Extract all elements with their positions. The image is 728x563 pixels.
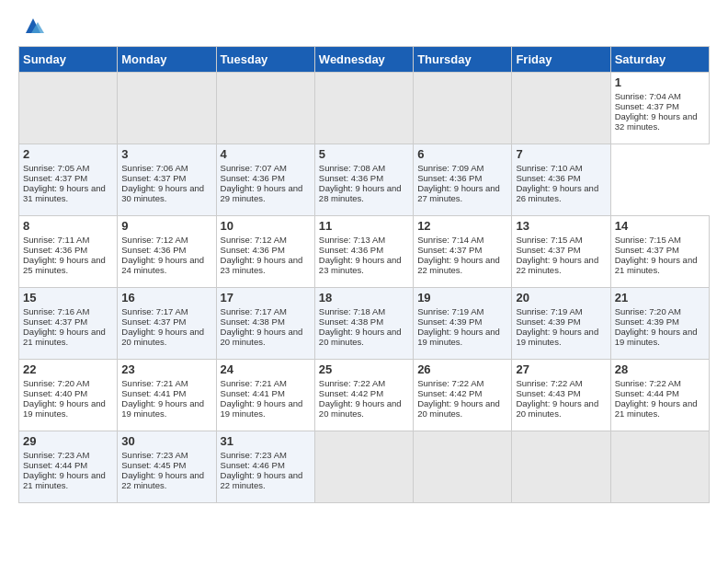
day-header-saturday: Saturday [610, 47, 709, 73]
header-row: SundayMondayTuesdayWednesdayThursdayFrid… [19, 47, 710, 73]
day-number: 14 [615, 219, 705, 233]
day-number: 4 [221, 147, 311, 161]
day-cell-4: 4Sunrise: 7:07 AMSunset: 4:36 PMDaylight… [216, 144, 314, 216]
week-row-1: 2Sunrise: 7:05 AMSunset: 4:37 PMDaylight… [19, 144, 710, 216]
empty-cell [118, 73, 216, 144]
day-cell-3: 3Sunrise: 7:06 AMSunset: 4:37 PMDaylight… [118, 144, 216, 216]
week-row-4: 22Sunrise: 7:20 AMSunset: 4:40 PMDayligh… [19, 360, 710, 431]
day-header-friday: Friday [512, 47, 610, 73]
day-cell-5: 5Sunrise: 7:08 AMSunset: 4:36 PMDaylight… [314, 144, 413, 216]
day-number: 3 [121, 147, 211, 161]
day-number: 24 [221, 362, 311, 376]
day-number: 25 [319, 362, 409, 376]
empty-cell [216, 73, 314, 144]
empty-cell [19, 73, 118, 144]
day-number: 26 [417, 362, 507, 376]
page: SundayMondayTuesdayWednesdayThursdayFrid… [0, 0, 728, 563]
day-cell-2: 2Sunrise: 7:05 AMSunset: 4:37 PMDaylight… [19, 144, 118, 216]
empty-cell [512, 431, 610, 503]
day-cell-16: 16Sunrise: 7:17 AMSunset: 4:37 PMDayligh… [118, 288, 216, 360]
day-cell-14: 14Sunrise: 7:15 AMSunset: 4:37 PMDayligh… [610, 216, 709, 288]
day-cell-30: 30Sunrise: 7:23 AMSunset: 4:45 PMDayligh… [118, 431, 216, 503]
empty-cell [314, 431, 413, 503]
day-number: 23 [121, 362, 211, 376]
day-cell-20: 20Sunrise: 7:19 AMSunset: 4:39 PMDayligh… [512, 288, 610, 360]
day-number: 31 [221, 434, 311, 448]
day-cell-11: 11Sunrise: 7:13 AMSunset: 4:36 PMDayligh… [314, 216, 413, 288]
day-number: 28 [615, 362, 705, 376]
day-cell-28: 28Sunrise: 7:22 AMSunset: 4:44 PMDayligh… [610, 360, 709, 431]
day-cell-21: 21Sunrise: 7:20 AMSunset: 4:39 PMDayligh… [610, 288, 709, 360]
logo-icon [22, 15, 44, 37]
day-header-tuesday: Tuesday [216, 47, 314, 73]
week-row-2: 8Sunrise: 7:11 AMSunset: 4:36 PMDaylight… [19, 216, 710, 288]
day-number: 12 [417, 219, 507, 233]
day-number: 11 [319, 219, 409, 233]
day-number: 19 [417, 291, 507, 304]
day-cell-23: 23Sunrise: 7:21 AMSunset: 4:41 PMDayligh… [118, 360, 216, 431]
day-cell-19: 19Sunrise: 7:19 AMSunset: 4:39 PMDayligh… [414, 288, 512, 360]
day-number: 7 [516, 147, 606, 161]
empty-cell [414, 431, 512, 503]
day-cell-12: 12Sunrise: 7:14 AMSunset: 4:37 PMDayligh… [414, 216, 512, 288]
day-cell-18: 18Sunrise: 7:18 AMSunset: 4:38 PMDayligh… [314, 288, 413, 360]
day-cell-7: 7Sunrise: 7:10 AMSunset: 4:36 PMDaylight… [512, 144, 610, 216]
week-row-0: 1Sunrise: 7:04 AMSunset: 4:37 PMDaylight… [19, 73, 710, 144]
day-cell-9: 9Sunrise: 7:12 AMSunset: 4:36 PMDaylight… [118, 216, 216, 288]
day-cell-31: 31Sunrise: 7:23 AMSunset: 4:46 PMDayligh… [216, 431, 314, 503]
week-row-3: 15Sunrise: 7:16 AMSunset: 4:37 PMDayligh… [19, 288, 710, 360]
day-number: 20 [516, 291, 606, 304]
day-cell-25: 25Sunrise: 7:22 AMSunset: 4:42 PMDayligh… [314, 360, 413, 431]
day-number: 2 [23, 147, 113, 161]
empty-cell [610, 431, 709, 503]
day-number: 5 [319, 147, 409, 161]
empty-cell [314, 73, 413, 144]
day-number: 21 [615, 291, 705, 304]
day-number: 29 [23, 434, 113, 448]
day-header-thursday: Thursday [414, 47, 512, 73]
day-number: 10 [221, 219, 311, 233]
day-header-wednesday: Wednesday [314, 47, 413, 73]
day-cell-22: 22Sunrise: 7:20 AMSunset: 4:40 PMDayligh… [19, 360, 118, 431]
day-cell-13: 13Sunrise: 7:15 AMSunset: 4:37 PMDayligh… [512, 216, 610, 288]
day-number: 9 [121, 219, 211, 233]
day-number: 18 [319, 291, 409, 304]
day-number: 27 [516, 362, 606, 376]
day-number: 15 [23, 291, 113, 304]
day-number: 16 [121, 291, 211, 304]
day-number: 17 [221, 291, 311, 304]
day-cell-8: 8Sunrise: 7:11 AMSunset: 4:36 PMDaylight… [19, 216, 118, 288]
empty-cell [414, 73, 512, 144]
day-number: 1 [615, 75, 705, 89]
day-number: 30 [121, 434, 211, 448]
day-number: 13 [516, 219, 606, 233]
day-header-sunday: Sunday [19, 47, 118, 73]
day-cell-24: 24Sunrise: 7:21 AMSunset: 4:41 PMDayligh… [216, 360, 314, 431]
week-row-5: 29Sunrise: 7:23 AMSunset: 4:44 PMDayligh… [19, 431, 710, 503]
day-cell-17: 17Sunrise: 7:17 AMSunset: 4:38 PMDayligh… [216, 288, 314, 360]
day-number: 22 [23, 362, 113, 376]
day-header-monday: Monday [118, 47, 216, 73]
day-cell-26: 26Sunrise: 7:22 AMSunset: 4:42 PMDayligh… [414, 360, 512, 431]
logo [18, 15, 44, 37]
day-number: 6 [417, 147, 507, 161]
header [18, 15, 710, 37]
day-cell-29: 29Sunrise: 7:23 AMSunset: 4:44 PMDayligh… [19, 431, 118, 503]
day-number: 8 [23, 219, 113, 233]
day-cell-6: 6Sunrise: 7:09 AMSunset: 4:36 PMDaylight… [414, 144, 512, 216]
day-cell-27: 27Sunrise: 7:22 AMSunset: 4:43 PMDayligh… [512, 360, 610, 431]
day-cell-10: 10Sunrise: 7:12 AMSunset: 4:36 PMDayligh… [216, 216, 314, 288]
day-cell-15: 15Sunrise: 7:16 AMSunset: 4:37 PMDayligh… [19, 288, 118, 360]
empty-cell [512, 73, 610, 144]
calendar-table: SundayMondayTuesdayWednesdayThursdayFrid… [18, 46, 710, 503]
day-cell-1: 1Sunrise: 7:04 AMSunset: 4:37 PMDaylight… [610, 73, 709, 144]
